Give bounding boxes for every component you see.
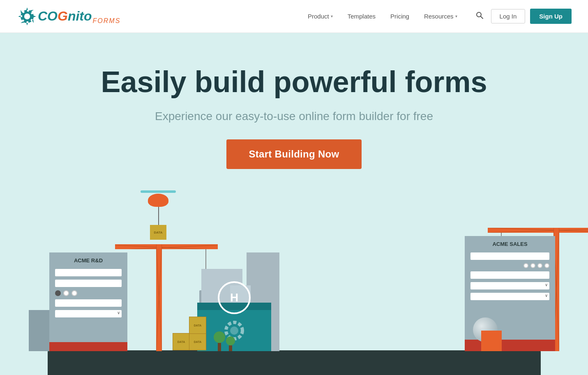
helicopter-rotor bbox=[141, 190, 176, 193]
sales-field-1 bbox=[470, 252, 549, 260]
ground bbox=[48, 350, 541, 375]
rnd-bottom-bar bbox=[49, 342, 127, 351]
nav-templates[interactable]: Templates bbox=[342, 9, 381, 23]
data-crate-3: DATA bbox=[189, 317, 206, 334]
svg-line-11 bbox=[488, 228, 588, 233]
rnd-field-1 bbox=[55, 269, 122, 276]
tree-1-top bbox=[214, 331, 225, 343]
sales-radio-row bbox=[470, 263, 549, 268]
rnd-dropdown bbox=[55, 310, 122, 317]
nav-actions: Log In Sign Up bbox=[473, 9, 572, 24]
sales-bottom-bar bbox=[465, 340, 555, 351]
sales-dropdown-2 bbox=[470, 293, 549, 300]
hero-title: Easily build powerful forms bbox=[101, 66, 487, 98]
hero-section: Easily build powerful forms Experience o… bbox=[0, 33, 588, 375]
sales-radio-2 bbox=[530, 263, 535, 268]
logo-forms: FORMS bbox=[93, 17, 121, 25]
svg-line-10 bbox=[488, 228, 588, 233]
logo[interactable]: COGnito FORMS bbox=[16, 6, 120, 27]
crane-left-lattice-v bbox=[156, 244, 162, 351]
signup-button[interactable]: Sign Up bbox=[530, 9, 572, 24]
rnd-radio-3 bbox=[71, 290, 77, 296]
helicopter-cable bbox=[158, 207, 159, 227]
sales-radio-1 bbox=[523, 263, 528, 268]
tree-1 bbox=[214, 336, 225, 351]
crane-left-mast bbox=[156, 244, 162, 351]
svg-line-5 bbox=[481, 16, 483, 19]
sales-radio-3 bbox=[537, 263, 542, 268]
nav-resources[interactable]: Resources ▾ bbox=[418, 9, 463, 23]
hero-illustration: ACME R&D bbox=[0, 185, 588, 375]
rnd-building-fields bbox=[55, 269, 122, 321]
helicopter-box: DATA bbox=[150, 225, 166, 240]
data-crate-1: DATA bbox=[173, 333, 190, 350]
helicopter: DATA bbox=[148, 194, 168, 207]
crane-right-lattice bbox=[488, 228, 588, 233]
crane-right-arm bbox=[488, 228, 588, 233]
sales-building-label: ACME SALES bbox=[465, 241, 555, 247]
crane-left-lattice bbox=[115, 245, 218, 249]
tree-2-trunk bbox=[229, 345, 232, 351]
search-icon bbox=[475, 11, 484, 19]
svg-point-15 bbox=[230, 326, 238, 335]
header: COGnito FORMS Product ▾ Templates Pricin… bbox=[0, 0, 588, 33]
sales-field-2 bbox=[470, 271, 549, 279]
main-nav: Product ▾ Templates Pricing Resources ▾ … bbox=[302, 9, 572, 24]
tree-2-top bbox=[226, 336, 235, 345]
sales-dropdown-1 bbox=[470, 282, 549, 289]
logo-gear-icon bbox=[16, 6, 38, 27]
acme-rnd-building: ACME R&D bbox=[49, 252, 127, 351]
rnd-radio-row bbox=[55, 290, 122, 296]
logo-nito: nito bbox=[68, 9, 92, 23]
data-crate-2: DATA bbox=[189, 333, 206, 350]
crane-right-base-accent bbox=[481, 331, 502, 351]
rnd-radio-2 bbox=[63, 290, 69, 296]
nav-pricing[interactable]: Pricing bbox=[385, 9, 415, 23]
rnd-field-3 bbox=[55, 299, 122, 307]
search-button[interactable] bbox=[473, 9, 486, 24]
crane-left bbox=[140, 244, 145, 351]
logo-co: CO bbox=[38, 9, 58, 23]
crane-left-arm bbox=[115, 244, 218, 249]
resources-chevron-icon: ▾ bbox=[455, 14, 457, 19]
product-chevron-icon: ▾ bbox=[331, 14, 333, 19]
rnd-building-label: ACME R&D bbox=[49, 257, 127, 264]
logo-g: G bbox=[58, 9, 68, 23]
helicopter-body bbox=[148, 194, 168, 207]
helipad: H bbox=[218, 281, 251, 314]
login-button[interactable]: Log In bbox=[491, 9, 526, 23]
tree-1-trunk bbox=[218, 343, 221, 351]
tree-2 bbox=[226, 340, 235, 351]
rnd-radio-1 bbox=[55, 290, 61, 296]
nav-product[interactable]: Product ▾ bbox=[302, 9, 339, 23]
sales-building-fields bbox=[470, 252, 549, 303]
hero-subtitle: Experience our easy-to-use online form b… bbox=[155, 110, 433, 123]
sales-radio-4 bbox=[544, 263, 549, 268]
rnd-field-2 bbox=[55, 280, 122, 287]
start-building-button[interactable]: Start Building Now bbox=[226, 139, 361, 169]
svg-point-3 bbox=[24, 14, 30, 19]
